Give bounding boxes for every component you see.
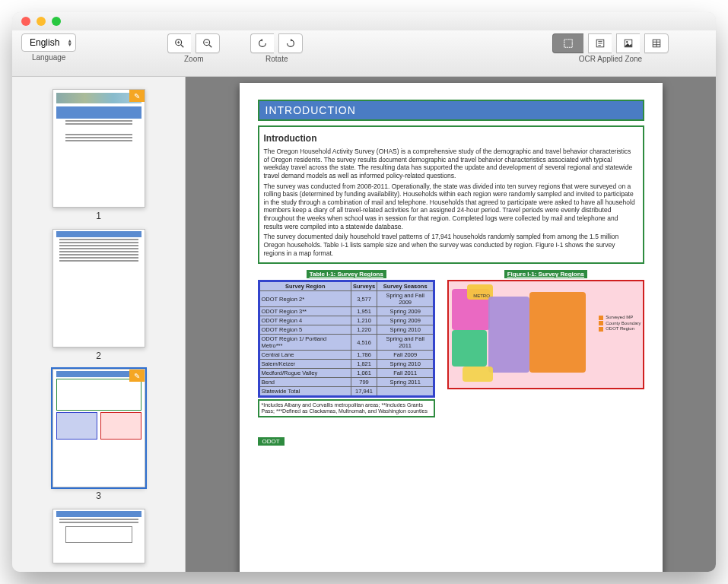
intro-text-zone: Introduction The Oregon Household Activi… [258,125,644,264]
ocr-zone-all-button[interactable] [552,33,583,53]
close-window-button[interactable] [21,17,30,26]
table-row: Bend799Spring 2011 [259,378,434,387]
survey-region-map: METRO Surveyed MP County Boundary ODOT R… [447,280,644,389]
ocr-zone-text-button[interactable] [588,33,612,53]
rotate-right-icon [285,38,296,49]
table-row: ODOT Region 2*3,577Spring and Fall 2009 [259,291,434,307]
th-region: Survey Region [259,281,351,291]
ocr-zone-group: OCR Applied Zone [552,33,669,63]
table-row: Central Lane1,786Fall 2009 [259,351,434,360]
thumbnail-page-3[interactable]: ✎ [52,369,145,487]
zoom-out-button[interactable] [196,33,220,53]
thumbnail-label-2: 2 [20,351,177,361]
zoom-group: Zoom [167,33,220,63]
edit-badge-icon: ✎ [129,370,145,382]
table-row: Statewide Total17,941 [259,387,434,397]
table-row: ODOT Region 51,220Spring 2010 [259,325,434,335]
rotate-left-icon [257,38,268,49]
map-legend: Surveyed MP County Boundary ODOT Region [599,315,641,332]
titlebar [12,12,716,30]
language-value: English [30,37,59,48]
table-row: Salem/Keizer1,821Spring 2010 [259,360,434,369]
zone-table-icon [651,38,662,49]
intro-para-2: The survey was conducted from 2008-2011.… [264,182,638,231]
thumbnail-page-2[interactable] [52,229,145,348]
document-canvas[interactable]: INTRODUCTION Introduction The Oregon Hou… [186,77,716,572]
thumbnail-page-4[interactable] [52,509,145,563]
ocr-zone-image-button[interactable] [616,33,640,53]
zoom-in-icon [174,38,185,49]
chevron-updown-icon: ▲▼ [67,39,72,46]
th-surveys: Surveys [351,281,377,291]
table-footnote: *Includes Albany and Corvallis metropoli… [258,399,436,417]
language-group: English ▲▼ Language [21,33,76,62]
zone-image-icon [623,38,634,49]
th-seasons: Survey Seasons [377,281,434,291]
svg-point-13 [626,41,628,43]
zone-all-icon [563,38,574,49]
table-row: ODOT Region 1/ Portland Metro***4,516Spr… [259,335,434,351]
zoom-window-button[interactable] [52,17,61,26]
svg-line-1 [181,45,184,48]
table-row: ODOT Region 41,210Spring 2009 [259,316,434,325]
table-caption: Table I-1: Survey Regions [307,270,386,278]
rotate-right-button[interactable] [278,33,303,53]
thumbnail-sidebar[interactable]: ✎ 1 2 ✎ [12,77,186,572]
zone-text-icon [595,38,606,49]
thumbnail-page-1[interactable]: ✎ [52,89,145,208]
minimize-window-button[interactable] [37,17,46,26]
language-label: Language [32,53,66,62]
page-header: INTRODUCTION [258,100,644,121]
window-controls [21,17,61,26]
thumbnail-label-1: 1 [20,211,177,221]
footer-badge: ODOT [258,437,285,446]
zoom-label: Zoom [184,55,204,63]
table-row: ODOT Region 3**1,951Spring 2009 [259,307,434,316]
toolbar: English ▲▼ Language Zoom [12,30,716,77]
svg-rect-7 [564,40,573,48]
rotate-group: Rotate [250,33,303,63]
page-footer: ODOT [258,437,644,445]
language-dropdown[interactable]: English ▲▼ [21,33,76,52]
table-row: Medford/Rogue Valley1,061Fall 2011 [259,369,434,378]
ocr-zone-label: OCR Applied Zone [579,55,642,63]
intro-title: Introduction [264,130,638,145]
rotate-left-button[interactable] [250,33,274,53]
body: ✎ 1 2 ✎ [12,77,716,572]
page-3-view: INTRODUCTION Introduction The Oregon Hou… [240,83,663,572]
rotate-label: Rotate [265,55,288,63]
edit-badge-icon: ✎ [129,90,145,102]
survey-region-table: Survey Region Surveys Survey Seasons ODO… [258,280,436,398]
intro-para-1: The Oregon Household Activity Survey (OH… [264,148,638,180]
zoom-out-icon [202,38,213,49]
svg-line-5 [209,45,212,48]
zoom-in-button[interactable] [167,33,191,53]
app-window: English ▲▼ Language Zoom [12,12,716,572]
figure-caption: Figure I-1: Survey Regions [504,270,587,278]
ocr-zone-table-button[interactable] [644,33,669,53]
intro-para-3: The survey documented daily household tr… [264,233,638,257]
thumbnail-label-3: 3 [20,490,177,501]
